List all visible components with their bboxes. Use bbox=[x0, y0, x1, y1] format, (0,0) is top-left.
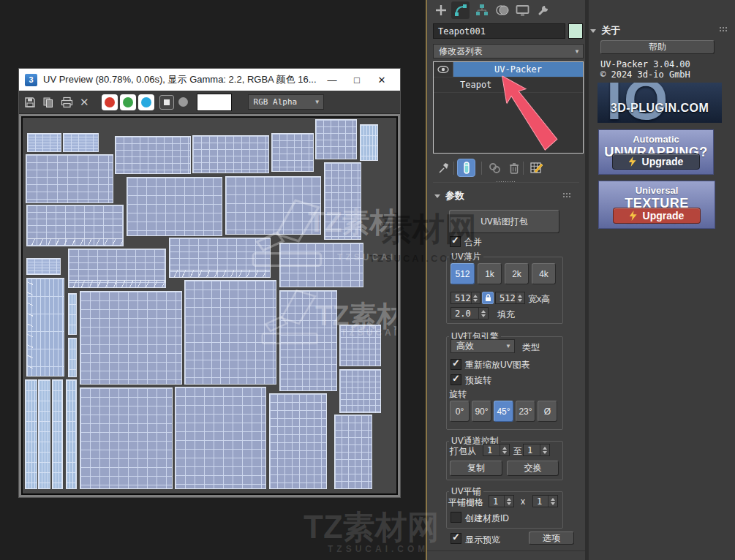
modifier-stack-row[interactable]: UV-Packer bbox=[434, 62, 583, 77]
tab-hierarchy[interactable] bbox=[472, 1, 491, 19]
uv-island bbox=[26, 205, 124, 246]
material-id-checkbox[interactable] bbox=[451, 512, 461, 523]
size-button-4k[interactable]: 4k bbox=[532, 263, 556, 284]
rescale-checkbox[interactable] bbox=[451, 359, 461, 370]
chevron-down-icon: ▼ bbox=[502, 340, 514, 352]
lock-aspect-icon[interactable] bbox=[482, 292, 494, 304]
rotation-button-90°[interactable]: 90° bbox=[472, 401, 491, 422]
rotation-button-Ø[interactable]: Ø bbox=[538, 401, 557, 422]
display-mode-value: RGB Alpha bbox=[254, 97, 298, 107]
height-spinner[interactable]: 512 bbox=[495, 292, 525, 304]
tile-rows-spinner[interactable]: 1 bbox=[532, 495, 558, 507]
pack-from-spinner[interactable]: 1 bbox=[483, 444, 510, 456]
params-rollout-header[interactable]: 参数 bbox=[434, 189, 464, 203]
uv-island bbox=[115, 136, 191, 174]
red-channel-button[interactable] bbox=[102, 94, 118, 110]
green-channel-button[interactable] bbox=[120, 94, 136, 110]
print-icon[interactable] bbox=[61, 97, 73, 108]
tile-grid-label: 平铺栅格 bbox=[448, 496, 483, 509]
minimize-button[interactable]: — bbox=[320, 75, 344, 86]
mono-channel-button[interactable] bbox=[159, 95, 174, 110]
alpha-channel-button[interactable] bbox=[178, 97, 188, 107]
object-color-swatch[interactable] bbox=[568, 23, 583, 39]
show-end-result-button[interactable] bbox=[457, 159, 475, 177]
blue-channel-button[interactable] bbox=[138, 94, 154, 110]
rollout-grip-icon[interactable] bbox=[719, 26, 728, 33]
padding-spinner[interactable]: 2.0 bbox=[451, 307, 489, 319]
make-unique-icon[interactable] bbox=[486, 159, 504, 177]
help-button[interactable]: 帮助 bbox=[600, 40, 715, 54]
modifier-stack-row[interactable]: Teapot bbox=[434, 77, 583, 93]
rotation-button-45°[interactable]: 45° bbox=[494, 401, 513, 422]
uv-island bbox=[192, 135, 269, 173]
tab-utilities[interactable] bbox=[534, 1, 552, 19]
object-name-field[interactable]: Teapot001 bbox=[433, 23, 565, 39]
upgrade-button[interactable]: Upgrade bbox=[612, 154, 700, 170]
about-rollout-header[interactable]: 关于 bbox=[590, 24, 620, 37]
eye-icon[interactable] bbox=[434, 62, 453, 77]
remove-modifier-icon[interactable] bbox=[505, 159, 523, 177]
maximize-button[interactable]: □ bbox=[344, 75, 369, 86]
tab-display[interactable] bbox=[513, 1, 532, 19]
uv-preview-toolbar: ✕ RGB Alpha ▼ bbox=[19, 91, 400, 114]
width-value: 512 bbox=[455, 293, 471, 303]
collapse-arrow-icon bbox=[590, 29, 596, 33]
width-spinner[interactable]: 512 bbox=[451, 292, 480, 304]
height-value: 512 bbox=[500, 293, 516, 303]
uv-island bbox=[225, 176, 321, 235]
uv-island bbox=[63, 133, 99, 152]
background-color-swatch[interactable] bbox=[197, 94, 232, 111]
uv-island bbox=[27, 133, 61, 152]
uv-island bbox=[26, 258, 61, 275]
texture-baking-banner[interactable]: Universal TEXTURE BAKING? Upgrade bbox=[598, 181, 715, 229]
uv-island bbox=[175, 387, 266, 489]
unwrapping-banner[interactable]: Automatic UNWRAPPING? Upgrade bbox=[598, 129, 714, 175]
uv-canvas[interactable]: TZ素材网 TZSUCAI.COM TZ素材网 TZSUCAI.COM bbox=[23, 118, 396, 493]
rotation-button-23°[interactable]: 23° bbox=[516, 401, 535, 422]
size-button-1k[interactable]: 1k bbox=[478, 263, 502, 284]
3d-plugin-logo-banner[interactable]: IO 3D-PLUGIN.COM bbox=[598, 83, 722, 123]
tab-create[interactable] bbox=[431, 1, 450, 19]
swap-channel-button[interactable]: 交换 bbox=[507, 461, 559, 476]
tab-modify[interactable] bbox=[451, 1, 470, 19]
rotation-button-0°[interactable]: 0° bbox=[450, 401, 470, 422]
material-id-label: 创建材质ID bbox=[465, 512, 509, 525]
upgrade-button[interactable]: Upgrade bbox=[613, 208, 701, 224]
size-button-2k[interactable]: 2k bbox=[505, 263, 529, 284]
pack-uv-button[interactable]: UV贴图打包 bbox=[449, 210, 559, 233]
upgrade-label: Upgrade bbox=[642, 156, 684, 167]
rollout-grip-icon[interactable] bbox=[562, 192, 572, 199]
close-button[interactable]: ✕ bbox=[369, 75, 394, 86]
banner-line1: Automatic bbox=[599, 134, 713, 145]
engine-dropdown[interactable]: 高效 ▼ bbox=[451, 339, 515, 353]
tile-cols-spinner[interactable]: 1 bbox=[489, 495, 514, 507]
copy-icon[interactable] bbox=[42, 97, 54, 108]
show-preview-checkbox[interactable] bbox=[451, 533, 461, 544]
copy-channel-button[interactable]: 复制 bbox=[450, 461, 502, 476]
uv-island bbox=[279, 243, 363, 287]
delete-icon[interactable]: ✕ bbox=[80, 96, 89, 109]
about-panel: 关于 帮助 UV-Packer 3.04.00 © 2024 3d-io Gmb… bbox=[589, 0, 735, 560]
options-button[interactable]: 选项 bbox=[529, 531, 574, 545]
prerotate-checkbox[interactable] bbox=[451, 374, 461, 385]
display-mode-dropdown[interactable]: RGB Alpha ▼ bbox=[248, 94, 324, 110]
modifier-list-dropdown[interactable]: 修改器列表 ▼ bbox=[433, 44, 584, 58]
uv-island bbox=[169, 238, 271, 278]
size-button-512[interactable]: 512 bbox=[451, 263, 475, 284]
uv-island bbox=[360, 124, 378, 161]
prerotate-label: 预旋转 bbox=[465, 374, 491, 387]
panel-bottom-divider bbox=[427, 550, 585, 551]
tab-motion[interactable] bbox=[493, 1, 511, 19]
uv-island bbox=[339, 325, 381, 366]
desktop: 3 UV Preview (80.78%, 0.06s), 显示 Gamma: … bbox=[0, 0, 735, 560]
save-icon[interactable] bbox=[24, 97, 36, 108]
tile-rows-value: 1 bbox=[537, 496, 542, 507]
merge-checkbox[interactable] bbox=[450, 236, 461, 247]
pin-stack-icon[interactable] bbox=[434, 159, 453, 177]
uv-preview-titlebar[interactable]: 3 UV Preview (80.78%, 0.06s), 显示 Gamma: … bbox=[19, 69, 400, 91]
pack-to-spinner[interactable]: 1 bbox=[523, 444, 550, 456]
uv-island bbox=[25, 379, 37, 489]
blue-channel-dot bbox=[141, 97, 151, 107]
modifier-stack[interactable]: UV-PackerTeapot bbox=[433, 61, 584, 154]
configure-modifier-sets-icon[interactable] bbox=[527, 159, 546, 177]
